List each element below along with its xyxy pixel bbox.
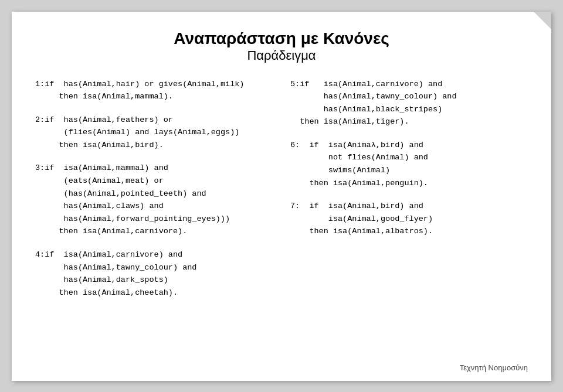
rule-3-line-2: (eats(Animal,meat) or <box>35 175 273 188</box>
rule-7-block: 7: if isa(Animal,bird) and isa(Animal,go… <box>290 200 528 238</box>
rule-1-line-2: then isa(Animal,mammal). <box>35 90 273 103</box>
rule-4-line-4: then isa(Animal,cheetah). <box>35 287 273 299</box>
left-column: 1:if has(Animal,hair) or gives(Animal,mi… <box>35 78 273 310</box>
rule-6-line-1: 6: if isa(Animaλ,bird) and <box>290 139 528 152</box>
rule-4-line-2: has(Animal,tawny_colour) and <box>35 261 273 274</box>
rule-6-block: 6: if isa(Animaλ,bird) and not flies(Ani… <box>290 139 528 189</box>
rule-5-line-2: has(Animal,tawny_colour) and <box>290 90 528 103</box>
footer-text: Τεχνητή Νοημοσύνη <box>460 363 528 372</box>
rule-6-line-2: not flies(Animal) and <box>290 151 528 164</box>
rule-3-line-6: then isa(Animal,carnivore). <box>35 225 273 238</box>
rule-2-line-3: then isa(Animal,bird). <box>35 139 273 152</box>
content-area: 1:if has(Animal,hair) or gives(Animal,mi… <box>35 78 528 310</box>
rule-3-line-3: (has(Animal,pointed_teeth) and <box>35 188 273 200</box>
rule-7-line-3: then isa(Animal,albatros). <box>290 225 528 238</box>
rule-6-line-3: swims(Animal) <box>290 164 528 177</box>
rule-2-line-2: (flies(Animal) and lays(Animal,eggs)) <box>35 126 273 139</box>
rule-4-line-3: has(Animal,dark_spots) <box>35 274 273 287</box>
right-column: 5:if isa(Animal,carnivore) and has(Anima… <box>290 78 528 310</box>
rule-7-line-2: isa(Animal,good_flyer) <box>290 213 528 226</box>
rule-3-line-4: has(Animal,claws) and <box>35 200 273 213</box>
page-container: Αναπαράσταση με Κανόνες Παράδειγμα 1:if … <box>12 12 551 381</box>
rule-1-line-1: 1:if has(Animal,hair) or gives(Animal,mi… <box>35 78 273 91</box>
main-title: Αναπαράσταση με Κανόνες <box>35 29 528 48</box>
rule-4-block: 4:if isa(Animal,carnivore) and has(Anima… <box>35 248 273 299</box>
rule-5-line-3: has(Animal,black_stripes) <box>290 103 528 116</box>
rule-1-block: 1:if has(Animal,hair) or gives(Animal,mi… <box>35 78 273 103</box>
rule-5-block: 5:if isa(Animal,carnivore) and has(Anima… <box>290 78 528 128</box>
rule-2-block: 2:if has(Animal,feathers) or (flies(Anim… <box>35 114 273 152</box>
rule-6-line-4: then isa(Animal,penguin). <box>290 177 528 190</box>
rule-3-block: 3:if isa(Animal,mammal) and (eats(Animal… <box>35 162 273 238</box>
rule-5-line-1: 5:if isa(Animal,carnivore) and <box>290 78 528 91</box>
subtitle: Παράδειγμα <box>35 48 528 63</box>
corner-fold <box>534 12 551 29</box>
rule-7-line-1: 7: if isa(Animal,bird) and <box>290 200 528 213</box>
rule-5-line-4: then isa(Animal,tiger). <box>290 115 528 128</box>
rule-3-line-5: has(Animal,forward_pointing_eyes))) <box>35 213 273 226</box>
rule-4-line-1: 4:if isa(Animal,carnivore) and <box>35 248 273 261</box>
rule-3-line-1: 3:if isa(Animal,mammal) and <box>35 162 273 175</box>
title-section: Αναπαράσταση με Κανόνες Παράδειγμα <box>35 29 528 63</box>
rule-2-line-1: 2:if has(Animal,feathers) or <box>35 114 273 127</box>
